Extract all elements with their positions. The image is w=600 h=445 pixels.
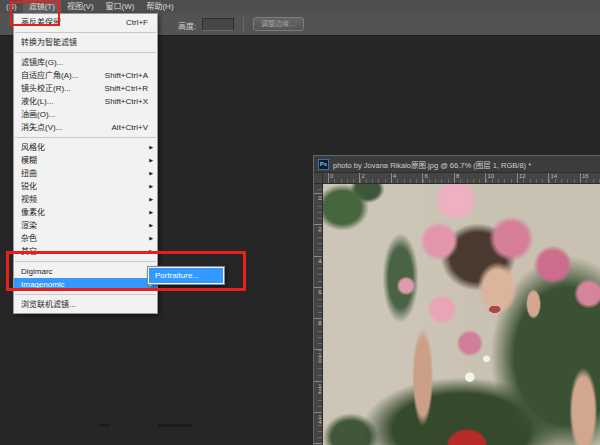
menubar-item[interactable]: 窗口(W) xyxy=(100,0,141,13)
menu-item[interactable]: 液化(L)...Shift+Ctrl+X xyxy=(14,95,157,108)
menu-item[interactable]: 消失点(V)...Alt+Ctrl+V xyxy=(14,121,157,134)
menu-item[interactable]: 转换为智能滤镜 xyxy=(14,36,157,49)
menubar-item[interactable]: 滤镜(T) xyxy=(23,0,61,13)
menu-item[interactable]: Digimarc▶ xyxy=(14,265,157,278)
menu-item[interactable]: 其它▶ xyxy=(14,245,157,258)
ruler-tick-label: 4 xyxy=(393,173,396,180)
ruler-tick-label: 14 xyxy=(551,173,558,180)
menu-item[interactable]: 像素化▶ xyxy=(14,206,157,219)
menu-item[interactable]: 锐化▶ xyxy=(14,180,157,193)
submenu-arrow-icon: ▶ xyxy=(149,141,153,154)
submenu-arrow-icon: ▶ xyxy=(149,245,153,258)
menu-item-label: 滤镜库(G)... xyxy=(21,56,63,69)
submenu-arrow-icon: ▶ xyxy=(149,180,153,193)
menu-item[interactable]: 镜头校正(R)...Shift+Ctrl+R xyxy=(14,82,157,95)
menu-item[interactable]: Portraiture... xyxy=(149,268,223,283)
menu-item[interactable]: 浏览联机滤镜... xyxy=(14,298,157,311)
document-window: Ps photo by Jovana Rikalo原图.jpg @ 66.7% … xyxy=(313,155,600,445)
stray-mark xyxy=(158,424,192,427)
menu-item-label: 液化(L)... xyxy=(21,95,53,108)
menu-item-shortcut: Shift+Ctrl+A xyxy=(105,69,150,82)
menu-item-label: 自适应广角(A)... xyxy=(21,69,78,82)
menu-item-label: 其它 xyxy=(21,245,37,258)
ruler-tick-label: 0 xyxy=(314,195,323,200)
menu-item-shortcut: Alt+Ctrl+V xyxy=(112,121,150,134)
ruler-tick-label: 10 xyxy=(488,173,495,180)
menu-item-label: 杂色 xyxy=(21,232,37,245)
ruler-tick-label: 12 xyxy=(314,383,323,393)
filter-menu-dropdown: 高反差保留Ctrl+F转换为智能滤镜滤镜库(G)...自适应广角(A)...Sh… xyxy=(13,13,158,314)
menu-item-label: 浏览联机滤镜... xyxy=(21,298,76,311)
ruler-tick-label: 6 xyxy=(425,173,428,180)
height-label: 高度: xyxy=(178,20,196,31)
height-input[interactable] xyxy=(202,18,234,31)
menu-item-label: 视频 xyxy=(21,193,37,206)
photo-canvas[interactable] xyxy=(323,184,600,445)
menubar-item[interactable]: (S) xyxy=(0,0,23,13)
menu-item[interactable]: 滤镜库(G)... xyxy=(14,56,157,69)
menu-item-shortcut: Shift+Ctrl+X xyxy=(105,95,150,108)
document-titlebar[interactable]: Ps photo by Jovana Rikalo原图.jpg @ 66.7% … xyxy=(314,156,600,173)
submenu-arrow-icon: ▶ xyxy=(149,193,153,206)
menu-item-label: 消失点(V)... xyxy=(21,121,62,134)
menu-item-shortcut: Shift+Ctrl+R xyxy=(104,82,150,95)
ruler-corner xyxy=(314,173,323,184)
menu-item[interactable]: 高反差保留Ctrl+F xyxy=(14,16,157,29)
ruler-tick-label: 8 xyxy=(456,173,459,180)
photoshop-file-icon: Ps xyxy=(318,159,329,170)
menu-item[interactable]: 渲染▶ xyxy=(14,219,157,232)
ruler-tick-label: 8 xyxy=(314,320,323,325)
menu-item[interactable]: 油画(O)... xyxy=(14,108,157,121)
ruler-tick-label: 2 xyxy=(314,226,323,231)
submenu-arrow-icon: ▶ xyxy=(149,154,153,167)
menu-item-label: 模糊 xyxy=(21,154,37,167)
menu-separator xyxy=(15,52,156,53)
menu-item-shortcut: Ctrl+F xyxy=(126,16,150,29)
vertical-ruler: 02468101214 xyxy=(314,184,323,445)
menu-item[interactable]: 扭曲▶ xyxy=(14,167,157,180)
menu-item-label: 镜头校正(R)... xyxy=(21,82,71,95)
menu-item[interactable]: 风格化▶ xyxy=(14,141,157,154)
menu-item-label: Digimarc xyxy=(21,265,53,278)
menu-separator xyxy=(15,294,156,295)
menu-item-label: 转换为智能滤镜 xyxy=(21,36,77,49)
menu-item-label: Portraiture... xyxy=(155,268,199,283)
submenu-arrow-icon: ▶ xyxy=(149,219,153,232)
menu-item-label: 油画(O)... xyxy=(21,108,55,121)
menu-item-label: Imagenomic xyxy=(21,278,65,291)
menu-separator xyxy=(15,137,156,138)
submenu-arrow-icon: ▶ xyxy=(149,167,153,180)
menu-item[interactable]: 视频▶ xyxy=(14,193,157,206)
menu-item-label: 渲染 xyxy=(21,219,37,232)
horizontal-ruler: 0246810121416 xyxy=(323,173,600,184)
ruler-tick-label: 16 xyxy=(582,173,589,180)
ruler-tick-label: 14 xyxy=(314,414,323,424)
menu-item[interactable]: 杂色▶ xyxy=(14,232,157,245)
menu-separator xyxy=(15,32,156,33)
menu-item[interactable]: 自适应广角(A)...Shift+Ctrl+A xyxy=(14,69,157,82)
ruler-tick-label: 0 xyxy=(330,173,333,180)
imagenomic-submenu: Portraiture... xyxy=(147,266,225,285)
menu-item[interactable]: Imagenomic▶ xyxy=(14,278,157,291)
ruler-tick-label: 12 xyxy=(519,173,526,180)
menu-separator xyxy=(15,261,156,262)
options-divider xyxy=(243,17,244,32)
submenu-arrow-icon: ▶ xyxy=(149,232,153,245)
menubar-item[interactable]: 帮助(H) xyxy=(140,0,179,13)
ruler-tick-label: 6 xyxy=(314,289,323,294)
menu-item-label: 锐化 xyxy=(21,180,37,193)
menu-item[interactable]: 模糊▶ xyxy=(14,154,157,167)
menu-item-label: 风格化 xyxy=(21,141,45,154)
menu-item-label: 高反差保留 xyxy=(21,16,61,29)
submenu-arrow-icon: ▶ xyxy=(149,206,153,219)
menu-item-label: 像素化 xyxy=(21,206,45,219)
document-title: photo by Jovana Rikalo原图.jpg @ 66.7% (图层… xyxy=(333,159,531,170)
menubar-item[interactable]: 视图(V) xyxy=(61,0,100,13)
ruler-tick-label: 10 xyxy=(314,352,323,362)
ruler-tick-label: 2 xyxy=(362,173,365,180)
menubar: (S)滤镜(T)视图(V)窗口(W)帮助(H) xyxy=(0,0,600,13)
stray-mark xyxy=(100,424,109,427)
ruler-tick-label: 4 xyxy=(314,258,323,263)
refine-edge-button[interactable]: 调整边缘… xyxy=(253,17,304,31)
menu-item-label: 扭曲 xyxy=(21,167,37,180)
